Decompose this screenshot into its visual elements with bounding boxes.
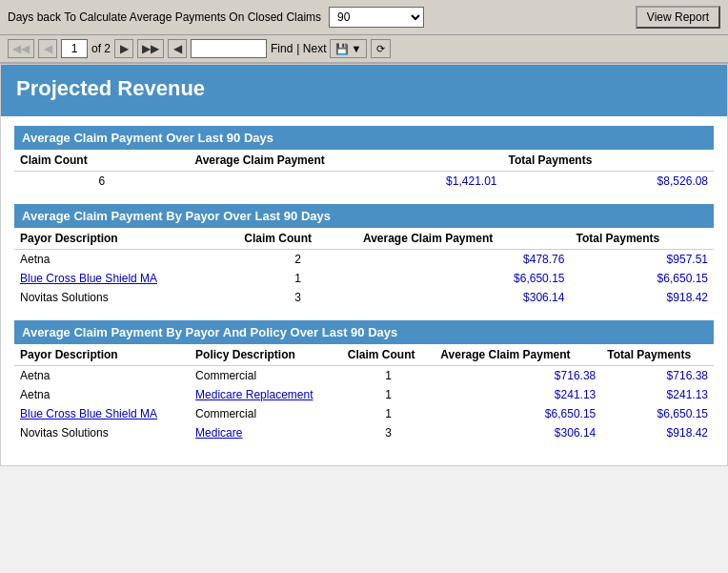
last-page-button[interactable]: ▶▶	[137, 39, 164, 58]
policy-cell: Commercial	[190, 404, 342, 423]
payor-cell: Blue Cross Blue Shield MA	[14, 269, 238, 288]
first-page-button[interactable]: ◀◀	[8, 39, 34, 58]
avg-payment-cell: $6,650.15	[357, 269, 571, 288]
payor-cell: Aetna	[14, 385, 190, 404]
total-payments-cell: $957.51	[570, 250, 714, 270]
section3-header: Average Claim Payment By Payor And Polic…	[14, 320, 590, 344]
find-label: Find	[271, 42, 293, 55]
table-row: Novitas Solutions Medicare 3 $306.14 $91…	[14, 423, 714, 442]
table-row: Aetna Commercial 1 $716.38 $716.38	[14, 366, 714, 386]
avg-payment-cell: $716.38	[435, 366, 601, 386]
section3-header-spacer	[590, 320, 714, 344]
view-report-button[interactable]: View Report	[636, 6, 720, 29]
top-bar: Days back To Calculate Average Payments …	[0, 0, 728, 35]
table-row: Aetna 2 $478.76 $957.51	[14, 250, 714, 270]
report-area: Projected Revenue Average Claim Payment …	[0, 64, 728, 466]
export-button[interactable]: 💾 ▼	[330, 39, 367, 58]
payor-cell: Aetna	[14, 250, 238, 270]
top-bar-left: Days back To Calculate Average Payments …	[8, 7, 424, 28]
avg-payment-cell: $1,421.01	[189, 172, 502, 192]
policy-cell: Medicare	[190, 423, 342, 442]
refresh-button[interactable]: ⟳	[371, 39, 391, 58]
total-payments-cell: $918.42	[570, 288, 714, 307]
back-button[interactable]: ◀	[168, 39, 187, 58]
claim-count-cell: 1	[342, 385, 435, 404]
section1-header: Average Claim Payment Over Last 90 Days	[14, 126, 714, 150]
avg-payment-cell: $6,650.15	[435, 404, 601, 423]
total-payments-cell: $918.42	[601, 423, 714, 442]
claim-count-cell: 1	[342, 366, 435, 386]
table-row: Novitas Solutions 3 $306.14 $918.42	[14, 288, 714, 307]
table-row: Blue Cross Blue Shield MA Commercial 1 $…	[14, 404, 714, 423]
s3-col-payor: Payor Description	[14, 344, 190, 366]
total-payments-cell: $8,526.08	[503, 172, 715, 192]
section3-table: Payor Description Policy Description Cla…	[14, 344, 714, 442]
claim-count-cell: 2	[238, 250, 357, 270]
next-page-button[interactable]: ▶	[114, 39, 133, 58]
total-payments-cell: $716.38	[601, 366, 714, 386]
days-select[interactable]: 90	[329, 7, 424, 28]
section1-table: Claim Count Average Claim Payment Total …	[14, 150, 714, 191]
section2-wrapper: Average Claim Payment By Payor Over Last…	[14, 204, 714, 307]
payor-cell: Novitas Solutions	[14, 423, 190, 442]
section2-header-row: Average Claim Payment By Payor Over Last…	[14, 204, 714, 228]
s3-col-claim-count: Claim Count	[342, 344, 435, 366]
claim-count-cell: 6	[14, 172, 189, 192]
section2-header: Average Claim Payment By Payor Over Last…	[14, 204, 561, 228]
s3-col-policy: Policy Description	[190, 344, 342, 366]
s3-col-total-payments: Total Payments	[601, 344, 714, 366]
claim-count-cell: 1	[342, 404, 435, 423]
table-row: Blue Cross Blue Shield MA 1 $6,650.15 $6…	[14, 269, 714, 288]
total-payments-cell: $6,650.15	[570, 269, 714, 288]
s1-col-avg-payment: Average Claim Payment	[189, 150, 502, 172]
section2-table: Payor Description Claim Count Average Cl…	[14, 228, 714, 307]
days-label: Days back To Calculate Average Payments …	[8, 10, 321, 24]
section3-header-row: Average Claim Payment By Payor And Polic…	[14, 320, 714, 344]
avg-payment-cell: $306.14	[357, 288, 571, 307]
s2-col-total-payments: Total Payments	[570, 228, 714, 250]
claim-count-cell: 3	[342, 423, 435, 442]
avg-payment-cell: $241.13	[435, 385, 601, 404]
avg-payment-cell: $306.14	[435, 423, 601, 442]
total-payments-cell: $6,650.15	[601, 404, 714, 423]
avg-payment-cell: $478.76	[357, 250, 571, 270]
policy-cell: Medicare Replacement	[190, 385, 342, 404]
s1-col-claim-count: Claim Count	[14, 150, 189, 172]
report-body: Average Claim Payment Over Last 90 Days …	[1, 116, 727, 465]
export-arrow: ▼	[351, 43, 361, 54]
export-icon: 💾	[335, 43, 349, 55]
claim-count-cell: 1	[238, 269, 357, 288]
table-row: 6 $1,421.01 $8,526.08	[14, 172, 714, 192]
page-input[interactable]	[61, 39, 88, 58]
section1-wrapper: Average Claim Payment Over Last 90 Days …	[14, 126, 714, 191]
payor-cell: Blue Cross Blue Shield MA	[14, 404, 190, 423]
claim-count-cell: 3	[238, 288, 357, 307]
s3-col-avg-payment: Average Claim Payment	[435, 344, 601, 366]
section2-header-spacer	[561, 204, 714, 228]
policy-cell: Commercial	[190, 366, 342, 386]
nav-bar: ◀◀ ◀ of 2 ▶ ▶▶ ◀ Find | Next 💾 ▼ ⟳	[0, 35, 728, 64]
s2-col-payor: Payor Description	[14, 228, 238, 250]
page-of-label: of 2	[91, 42, 111, 55]
next-label: | Next	[296, 42, 326, 55]
total-payments-cell: $241.13	[601, 385, 714, 404]
payor-cell: Novitas Solutions	[14, 288, 238, 307]
table-row: Aetna Medicare Replacement 1 $241.13 $24…	[14, 385, 714, 404]
s1-col-total-payments: Total Payments	[503, 150, 715, 172]
prev-page-button[interactable]: ◀	[38, 39, 57, 58]
payor-cell: Aetna	[14, 366, 190, 386]
find-input[interactable]	[191, 39, 267, 58]
refresh-icon: ⟳	[376, 43, 385, 55]
report-title: Projected Revenue	[1, 65, 727, 116]
section3-wrapper: Average Claim Payment By Payor And Polic…	[14, 320, 714, 442]
s2-col-avg-payment: Average Claim Payment	[357, 228, 571, 250]
s2-col-claim-count: Claim Count	[238, 228, 357, 250]
